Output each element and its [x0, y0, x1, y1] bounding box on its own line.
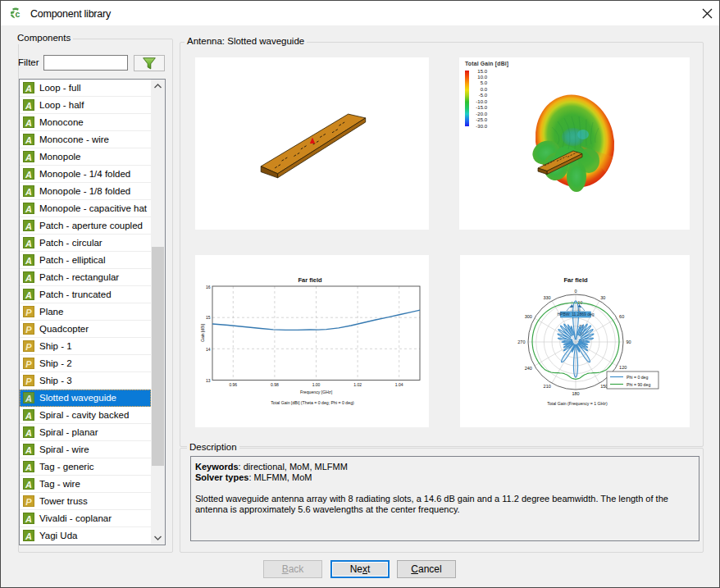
svg-text:180: 180	[572, 391, 579, 396]
svg-text:90: 90	[627, 340, 631, 344]
svg-text:0.98: 0.98	[271, 382, 279, 387]
svg-text:1.04: 1.04	[395, 382, 403, 387]
svg-text:16: 16	[206, 285, 211, 289]
svg-text:Far field: Far field	[298, 276, 322, 284]
svg-text:0: 0	[574, 289, 576, 294]
svg-text:13: 13	[206, 378, 211, 383]
svg-text:-15.0: -15.0	[476, 105, 487, 110]
svg-text:Total Gain [dBi]: Total Gain [dBi]	[465, 61, 508, 67]
svg-text:-30.0: -30.0	[476, 124, 487, 129]
svg-text:10.0: 10.0	[477, 75, 487, 80]
svg-text:240: 240	[525, 366, 532, 371]
svg-text:Phi = 0 deg: Phi = 0 deg	[627, 375, 649, 380]
svg-text:5.0: 5.0	[481, 80, 488, 85]
svg-text:HPBW: 11.2869 deg: HPBW: 11.2869 deg	[557, 312, 594, 317]
svg-text:1.02: 1.02	[353, 382, 362, 387]
svg-text:Gain [dBi]: Gain [dBi]	[200, 323, 205, 342]
svg-text:330: 330	[544, 295, 551, 300]
svg-text:0.0: 0.0	[481, 87, 488, 92]
svg-text:210: 210	[544, 384, 551, 389]
svg-text:Frequency [GHz]: Frequency [GHz]	[300, 390, 333, 394]
svg-text:120: 120	[619, 365, 627, 370]
svg-text:30: 30	[600, 295, 605, 300]
svg-text:1.00: 1.00	[312, 382, 321, 387]
svg-text:300: 300	[525, 314, 532, 319]
svg-text:15.0: 15.0	[477, 69, 487, 74]
svg-text:-5.0: -5.0	[479, 93, 488, 98]
svg-text:Total Gain (Frequency = 1 GHz): Total Gain (Frequency = 1 GHz)	[547, 401, 608, 406]
svg-text:-25.0: -25.0	[476, 117, 487, 122]
svg-text:270: 270	[517, 340, 525, 344]
svg-text:60: 60	[619, 314, 624, 319]
svg-text:Far field: Far field	[563, 276, 588, 284]
svg-text:10: 10	[578, 300, 583, 305]
svg-text:Total Gain [dBi] (Theta = 0 de: Total Gain [dBi] (Theta = 0 deg; Phi = 0…	[271, 400, 354, 405]
svg-text:0.96: 0.96	[229, 382, 237, 387]
svg-text:14: 14	[206, 347, 211, 352]
svg-text:c: c	[15, 9, 20, 19]
svg-text:-20.0: -20.0	[476, 112, 487, 116]
svg-text:Phi = 90 deg: Phi = 90 deg	[627, 382, 650, 387]
svg-text:-10.0: -10.0	[476, 99, 487, 104]
svg-text:15: 15	[206, 315, 211, 320]
